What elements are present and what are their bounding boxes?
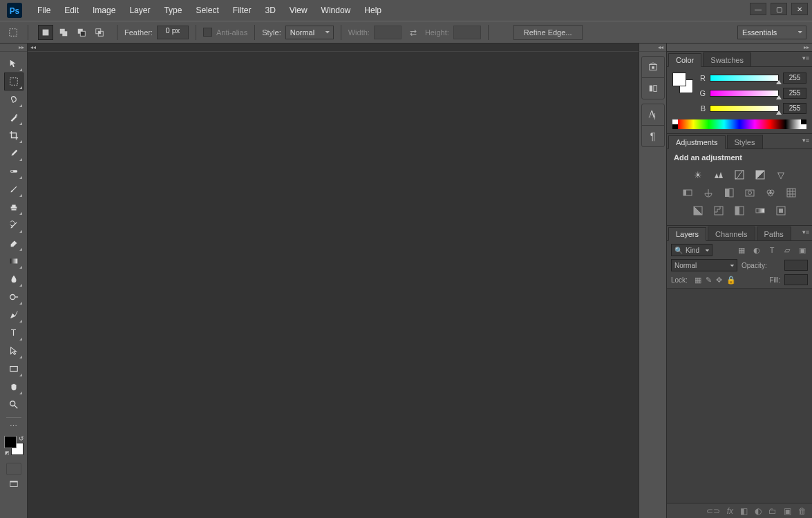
spot-healing-tool[interactable]	[4, 162, 23, 180]
new-group-icon[interactable]: 🗀	[768, 506, 777, 516]
lasso-tool[interactable]	[4, 90, 23, 108]
magic-wand-tool[interactable]	[4, 108, 23, 126]
r-value[interactable]: 255	[783, 73, 806, 84]
add-selection-icon[interactable]	[56, 25, 71, 40]
layer-filter-select[interactable]: 🔍Kind	[671, 244, 712, 256]
color-panel-menu-icon[interactable]: ▾≡	[802, 55, 809, 61]
posterize-icon[interactable]	[712, 204, 726, 217]
filter-smart-icon[interactable]: ▣	[797, 244, 808, 256]
vibrance-icon[interactable]: ▽	[774, 169, 788, 181]
menu-help[interactable]: Help	[357, 0, 388, 21]
crop-tool[interactable]	[4, 126, 23, 144]
dock-collapse-toggle[interactable]: ◂◂	[639, 44, 666, 52]
menu-type[interactable]: Type	[157, 0, 189, 21]
clone-stamp-tool[interactable]	[4, 198, 23, 216]
rectangle-tool[interactable]	[4, 360, 23, 378]
gradient-tool[interactable]	[4, 252, 23, 270]
levels-icon[interactable]	[712, 169, 726, 181]
panel-color-swatches[interactable]	[672, 73, 693, 93]
tab-layers[interactable]: Layers	[668, 227, 706, 241]
edit-toolbar-button[interactable]: ⋯	[4, 421, 23, 431]
filter-adjust-icon[interactable]: ◐	[751, 244, 762, 256]
color-lookup-icon[interactable]	[784, 186, 798, 199]
menu-image[interactable]: Image	[86, 0, 122, 21]
feather-input[interactable]: 0 px	[157, 26, 189, 39]
lock-pixels-icon[interactable]: ▦	[695, 276, 701, 285]
active-tool-preset[interactable]	[6, 25, 21, 40]
menu-view[interactable]: View	[283, 0, 314, 21]
workspace-switcher[interactable]: Essentials	[737, 26, 806, 39]
swap-colors-icon[interactable]: ↺	[19, 435, 24, 442]
color-balance-icon[interactable]	[701, 186, 715, 199]
lock-all-icon[interactable]: 🔒	[726, 276, 736, 285]
hand-tool[interactable]	[4, 378, 23, 396]
filter-shape-icon[interactable]: ▱	[782, 244, 793, 256]
layer-fx-icon[interactable]: fx	[727, 506, 733, 516]
default-colors-icon[interactable]: ◩	[5, 450, 10, 456]
tab-swatches[interactable]: Swatches	[703, 52, 751, 66]
tools-collapse-toggle[interactable]: ▸▸	[0, 44, 27, 52]
minimize-button[interactable]: —	[750, 3, 766, 15]
antialias-checkbox[interactable]	[203, 28, 212, 37]
dodge-tool[interactable]	[4, 288, 23, 306]
menu-filter[interactable]: Filter	[226, 0, 258, 21]
curves-icon[interactable]	[733, 169, 746, 181]
panels-collapse-toggle[interactable]: ▸▸	[667, 44, 812, 52]
eraser-tool[interactable]	[4, 234, 23, 252]
opacity-field[interactable]	[784, 260, 808, 271]
layers-panel-menu-icon[interactable]: ▾≡	[802, 229, 809, 236]
pen-tool[interactable]	[4, 306, 23, 324]
panel-fg-swatch[interactable]	[672, 73, 686, 86]
eyedropper-tool[interactable]	[4, 144, 23, 162]
exposure-icon[interactable]	[753, 169, 767, 181]
channel-mixer-icon[interactable]	[764, 186, 777, 199]
threshold-icon[interactable]	[733, 204, 746, 217]
menu-layer[interactable]: Layer	[122, 0, 157, 21]
zoom-tool[interactable]	[4, 396, 23, 414]
menu-edit[interactable]: Edit	[57, 0, 86, 21]
delete-layer-icon[interactable]: 🗑	[798, 506, 806, 516]
history-panel-button[interactable]	[642, 57, 664, 77]
style-select[interactable]: Normal	[285, 26, 334, 39]
adjustments-panel-menu-icon[interactable]: ▾≡	[802, 137, 809, 144]
layer-mask-icon[interactable]: ◧	[740, 506, 748, 516]
type-tool[interactable]: T	[4, 324, 23, 342]
black-white-icon[interactable]	[722, 186, 736, 199]
maximize-button[interactable]: ▢	[771, 3, 787, 15]
invert-icon[interactable]	[691, 204, 705, 217]
path-selection-tool[interactable]	[4, 342, 23, 360]
b-slider[interactable]	[710, 105, 779, 112]
new-layer-icon[interactable]: ▣	[784, 506, 791, 516]
screen-mode-button[interactable]	[6, 478, 21, 490]
rectangular-marquee-tool[interactable]	[4, 73, 23, 90]
blur-tool[interactable]	[4, 270, 23, 288]
blend-mode-select[interactable]: Normal	[671, 259, 737, 271]
menu-window[interactable]: Window	[314, 0, 358, 21]
close-button[interactable]: ✕	[791, 3, 808, 15]
menu-select[interactable]: Select	[189, 0, 225, 21]
filter-pixel-icon[interactable]: ▦	[736, 244, 747, 256]
paragraph-panel-button[interactable]: ¶	[642, 126, 664, 146]
refine-edge-button[interactable]: Refine Edge...	[513, 25, 583, 40]
quick-mask-toggle[interactable]	[6, 463, 21, 475]
brush-tool[interactable]	[4, 180, 23, 198]
new-adjustment-layer-icon[interactable]: ◐	[755, 506, 762, 516]
color-spectrum[interactable]	[672, 119, 806, 129]
subtract-selection-icon[interactable]	[74, 25, 89, 40]
selective-color-icon[interactable]	[774, 204, 788, 217]
history-brush-tool[interactable]	[4, 216, 23, 234]
properties-panel-button[interactable]	[642, 78, 664, 99]
brightness-contrast-icon[interactable]: ☀	[691, 169, 705, 181]
fill-field[interactable]	[784, 274, 808, 285]
link-layers-icon[interactable]: ⊂⊃	[706, 506, 720, 516]
b-value[interactable]: 255	[783, 103, 806, 114]
tab-styles[interactable]: Styles	[727, 135, 763, 148]
tab-channels[interactable]: Channels	[708, 227, 755, 240]
move-tool[interactable]	[4, 55, 23, 73]
tab-adjustments[interactable]: Adjustments	[668, 135, 726, 149]
photo-filter-icon[interactable]	[743, 186, 757, 199]
hue-sat-icon[interactable]	[681, 186, 695, 199]
g-slider[interactable]	[710, 90, 779, 97]
r-slider[interactable]	[710, 75, 779, 81]
color-swatch-control[interactable]: ↺ ◩	[3, 435, 24, 456]
